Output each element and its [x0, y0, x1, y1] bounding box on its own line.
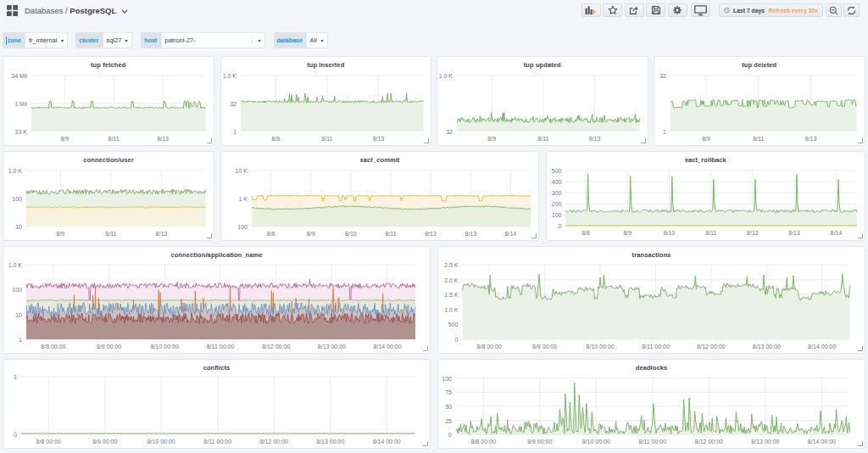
svg-text:8/14 00:00: 8/14 00:00 — [373, 439, 401, 445]
svg-text:33 K: 33 K — [15, 128, 28, 134]
svg-text:8/14 00:00: 8/14 00:00 — [808, 344, 836, 350]
svg-text:8/9 00:00: 8/9 00:00 — [527, 439, 552, 445]
svg-text:8/10 00:00: 8/10 00:00 — [587, 344, 615, 350]
svg-text:8/8 00:00: 8/8 00:00 — [471, 439, 496, 445]
svg-text:8/9: 8/9 — [60, 135, 69, 141]
svg-text:8/9: 8/9 — [487, 135, 496, 141]
svg-text:8/13 00:00: 8/13 00:00 — [318, 344, 346, 350]
svg-text:0: 0 — [448, 433, 452, 439]
svg-text:8/14: 8/14 — [830, 230, 842, 236]
svg-text:8/11 00:00: 8/11 00:00 — [204, 439, 232, 445]
svg-text:34 Mil: 34 Mil — [11, 73, 27, 79]
svg-text:8/11 00:00: 8/11 00:00 — [642, 344, 670, 350]
svg-text:32: 32 — [230, 100, 236, 106]
svg-text:8/10 00:00: 8/10 00:00 — [151, 344, 179, 350]
svg-text:8/8 00:00: 8/8 00:00 — [477, 344, 502, 350]
svg-text:32: 32 — [659, 73, 666, 79]
svg-text:8/14 00:00: 8/14 00:00 — [808, 439, 836, 445]
svg-text:8/13: 8/13 — [157, 135, 169, 141]
svg-text:8/10 00:00: 8/10 00:00 — [147, 439, 175, 445]
svg-text:10: 10 — [15, 224, 22, 230]
svg-text:8/13: 8/13 — [156, 231, 168, 237]
svg-text:8/9: 8/9 — [623, 230, 632, 236]
svg-text:2.0 K: 2.0 K — [444, 277, 459, 283]
svg-text:200: 200 — [551, 201, 561, 207]
svg-text:1: 1 — [233, 128, 236, 134]
svg-text:8/11: 8/11 — [705, 230, 716, 236]
svg-text:8/10: 8/10 — [663, 230, 675, 236]
svg-text:1.0 K: 1.0 K — [444, 307, 459, 313]
svg-text:8/12 00:00: 8/12 00:00 — [262, 344, 290, 350]
svg-text:8/12: 8/12 — [747, 230, 759, 236]
svg-text:75: 75 — [445, 390, 452, 396]
svg-text:8/9: 8/9 — [702, 135, 710, 141]
svg-text:1 K: 1 K — [238, 196, 248, 202]
svg-text:8/11: 8/11 — [537, 135, 548, 141]
svg-text:8/14 00:00: 8/14 00:00 — [374, 344, 402, 350]
svg-text:1.0 K: 1.0 K — [8, 168, 23, 174]
svg-text:100: 100 — [12, 196, 22, 202]
svg-text:8/13: 8/13 — [465, 231, 476, 237]
svg-text:0: 0 — [558, 223, 561, 229]
svg-text:8/9: 8/9 — [57, 231, 65, 237]
svg-text:1 Mil: 1 Mil — [14, 100, 27, 106]
svg-text:10 K: 10 K — [236, 168, 248, 174]
svg-text:1: 1 — [19, 337, 22, 343]
svg-text:1.0 K: 1.0 K — [8, 262, 23, 268]
svg-text:8/8: 8/8 — [267, 231, 275, 237]
svg-text:8/11: 8/11 — [753, 135, 764, 141]
svg-text:8/8: 8/8 — [581, 230, 590, 236]
svg-text:8/13 00:00: 8/13 00:00 — [751, 439, 779, 445]
svg-text:8/11: 8/11 — [321, 135, 332, 141]
svg-text:8/12 00:00: 8/12 00:00 — [695, 439, 723, 445]
svg-text:8/9: 8/9 — [271, 135, 280, 141]
svg-text:8/10: 8/10 — [345, 231, 357, 237]
svg-text:100: 100 — [12, 287, 22, 293]
svg-text:100: 100 — [551, 212, 561, 218]
svg-text:8/8 00:00: 8/8 00:00 — [41, 344, 65, 350]
svg-text:8/13 00:00: 8/13 00:00 — [316, 439, 344, 445]
svg-text:8/9: 8/9 — [307, 231, 315, 237]
svg-text:8/13: 8/13 — [804, 135, 816, 141]
svg-text:300: 300 — [551, 190, 561, 196]
svg-text:2.5 K: 2.5 K — [444, 262, 459, 268]
svg-text:8/12 00:00: 8/12 00:00 — [260, 439, 288, 445]
svg-text:8/9 00:00: 8/9 00:00 — [92, 439, 117, 445]
svg-text:8/13: 8/13 — [589, 135, 601, 141]
svg-text:8/9 00:00: 8/9 00:00 — [97, 344, 121, 350]
svg-text:50: 50 — [445, 404, 452, 410]
svg-text:8/13: 8/13 — [788, 230, 800, 236]
svg-text:8/9 00:00: 8/9 00:00 — [532, 344, 557, 350]
svg-text:500: 500 — [551, 168, 561, 174]
svg-text:1: 1 — [14, 374, 17, 380]
svg-text:8/12: 8/12 — [425, 231, 437, 237]
svg-text:8/11: 8/11 — [385, 231, 396, 237]
svg-text:10: 10 — [15, 312, 22, 318]
svg-text:0: 0 — [455, 337, 459, 343]
svg-text:1.0 K: 1.0 K — [222, 73, 236, 79]
svg-text:8/11: 8/11 — [105, 231, 116, 237]
svg-text:32: 32 — [446, 128, 453, 134]
svg-text:1.5 K: 1.5 K — [444, 292, 459, 298]
svg-text:8/8 00:00: 8/8 00:00 — [36, 439, 61, 445]
svg-text:25: 25 — [445, 418, 452, 424]
svg-text:1: 1 — [663, 128, 666, 134]
svg-text:8/11 00:00: 8/11 00:00 — [207, 344, 235, 350]
svg-text:100: 100 — [237, 224, 248, 230]
svg-text:8/11 00:00: 8/11 00:00 — [639, 439, 667, 445]
svg-text:500: 500 — [448, 322, 459, 327]
svg-text:8/13 00:00: 8/13 00:00 — [753, 344, 781, 350]
svg-text:400: 400 — [551, 179, 561, 185]
svg-text:8/13: 8/13 — [372, 135, 384, 141]
svg-text:8/11: 8/11 — [108, 135, 120, 141]
svg-text:8/10 00:00: 8/10 00:00 — [582, 439, 610, 445]
svg-text:0: 0 — [14, 432, 17, 438]
svg-text:1.0 K: 1.0 K — [439, 73, 453, 79]
svg-text:8/12 00:00: 8/12 00:00 — [697, 344, 725, 350]
svg-text:8/14: 8/14 — [505, 231, 517, 237]
svg-text:100: 100 — [442, 376, 452, 382]
